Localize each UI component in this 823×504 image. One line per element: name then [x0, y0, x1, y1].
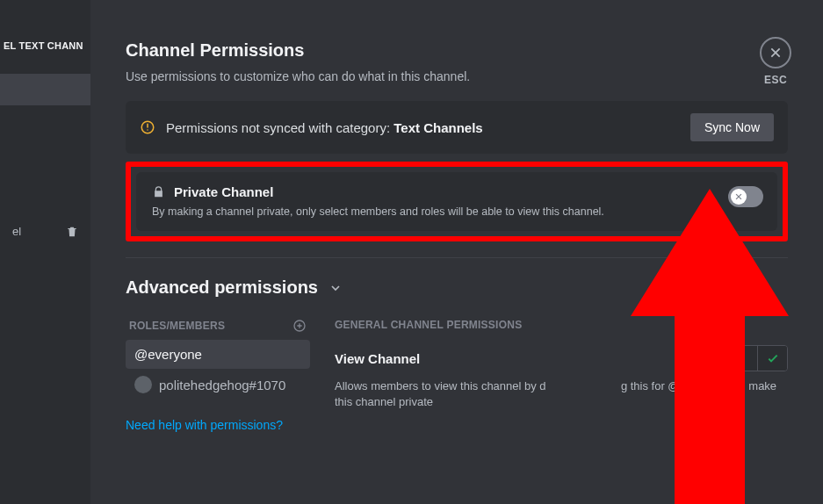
private-channel-toggle[interactable]	[728, 186, 763, 207]
role-item-member[interactable]: politehedgehog#1070	[126, 369, 310, 400]
role-label: politehedgehog#1070	[159, 378, 285, 392]
page-subtitle: Use permissions to customize who can do …	[126, 69, 788, 83]
settings-sidebar: EL TEXT CHANN el	[0, 0, 90, 504]
roles-header-label: ROLES/MEMBERS	[129, 320, 225, 332]
roles-column: ROLES/MEMBERS @everyone politehedgehog#1…	[126, 319, 310, 433]
toggle-knob	[731, 189, 747, 205]
highlight-annotation: Private Channel By making a channel priv…	[126, 162, 788, 241]
close-button[interactable]: ESC	[760, 37, 791, 86]
page-title: Channel Permissions	[126, 40, 788, 61]
permission-tri-state: /	[697, 345, 788, 371]
role-label: @everyone	[134, 347, 202, 362]
sync-now-button[interactable]: Sync Now	[690, 113, 774, 141]
close-icon[interactable]	[760, 37, 791, 68]
lock-icon	[152, 185, 165, 198]
advanced-permissions-title: Advanced permissions	[126, 277, 318, 298]
advanced-permissions-toggle[interactable]: Advanced permissions	[126, 277, 788, 298]
sidebar-item-selected[interactable]	[0, 74, 90, 105]
avatar	[134, 376, 152, 393]
permission-allow-button[interactable]	[757, 346, 787, 371]
permission-name: View Channel	[335, 351, 420, 366]
sync-text: Permissions not synced with category: Te…	[166, 120, 680, 135]
add-role-icon[interactable]	[292, 319, 307, 333]
divider	[126, 257, 788, 258]
sync-notice: Permissions not synced with category: Te…	[126, 101, 788, 154]
esc-label: ESC	[764, 74, 787, 86]
permissions-column: GENERAL CHANNEL PERMISSIONS View Channel…	[335, 319, 788, 433]
permission-deny-button[interactable]	[697, 346, 727, 371]
chevron-down-icon	[328, 281, 343, 295]
permission-item: View Channel / Allows members to	[335, 345, 788, 410]
warning-icon	[140, 119, 155, 135]
private-channel-title: Private Channel	[174, 184, 273, 199]
permission-neutral-button[interactable]: /	[727, 346, 757, 371]
permissions-section-header: GENERAL CHANNEL PERMISSIONS	[335, 319, 788, 331]
sidebar-bottom-label[interactable]: el	[12, 225, 21, 238]
main-content: ESC Channel Permissions Use permissions …	[90, 0, 823, 504]
help-link[interactable]: Need help with permissions?	[126, 418, 283, 432]
permission-description: Allows members to view this channel by d…	[335, 378, 788, 410]
private-channel-desc: By making a channel private, only select…	[152, 205, 716, 219]
private-channel-card: Private Channel By making a channel priv…	[136, 172, 777, 231]
role-item-everyone[interactable]: @everyone	[126, 340, 310, 369]
trash-icon[interactable]	[66, 226, 78, 238]
sidebar-category-header: EL TEXT CHANN	[0, 40, 90, 51]
